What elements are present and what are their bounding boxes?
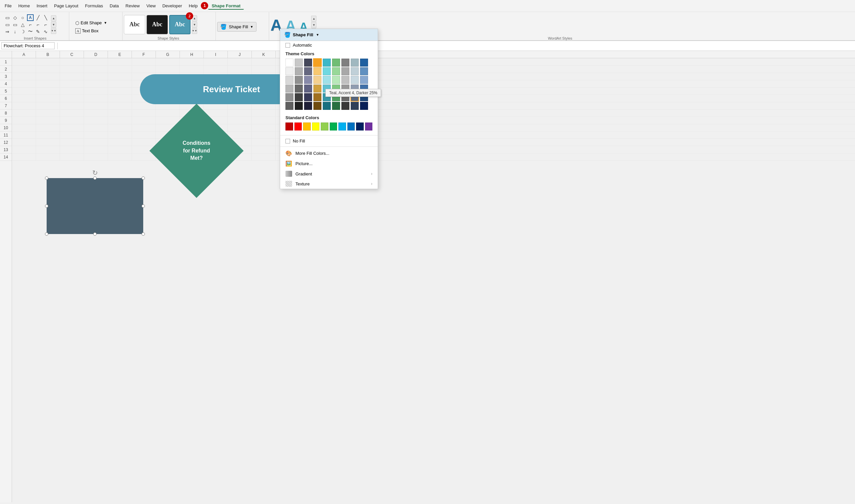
wordart-scroll-down[interactable]: ▼ [311, 22, 316, 28]
std-swatch-2[interactable] [303, 123, 311, 130]
shape-line1[interactable]: ╱ [35, 14, 41, 21]
scroll-up[interactable]: ▲ [51, 15, 56, 21]
theme-swatch-5-4[interactable] [323, 102, 331, 110]
theme-swatch-2-0[interactable] [285, 76, 293, 84]
edit-shape-button[interactable]: ⬡ Edit Shape ▼ [73, 20, 109, 26]
menu-insert[interactable]: Insert [33, 2, 51, 10]
theme-swatch-4-1[interactable] [295, 93, 303, 101]
swatch-scroll-down[interactable]: ▼ [192, 22, 197, 28]
std-swatch-8[interactable] [356, 123, 364, 130]
picture-item[interactable]: 🖼️ Picture... [280, 159, 378, 169]
scroll-down[interactable]: ▼ [51, 22, 56, 28]
theme-swatch-1-0[interactable] [285, 67, 293, 75]
swatch-scroll-more[interactable]: ▼▼ [192, 28, 197, 34]
theme-swatch-0-2[interactable] [304, 59, 312, 67]
wordart-scroll-up[interactable]: ▲ [311, 16, 316, 22]
theme-swatch-3-2[interactable] [304, 85, 312, 92]
menu-file[interactable]: File [1, 2, 15, 10]
theme-swatch-4-2[interactable] [304, 93, 312, 101]
shape-custom[interactable]: ⌐ [42, 21, 49, 28]
theme-swatch-0-5[interactable] [332, 59, 340, 67]
automatic-row[interactable]: Automatic [280, 41, 378, 49]
theme-swatch-5-5[interactable] [332, 102, 340, 110]
menu-home[interactable]: Home [15, 2, 33, 10]
theme-swatch-0-8[interactable] [360, 59, 368, 67]
menu-review[interactable]: Review [122, 2, 143, 10]
shape-line2[interactable]: ╲ [42, 14, 49, 21]
no-fill-row[interactable]: No Fill [280, 137, 378, 145]
shape-wave[interactable]: 〜 [27, 28, 34, 35]
shape-rect2[interactable]: ▭ [4, 21, 11, 28]
style-swatch-black[interactable]: Abc [146, 15, 168, 34]
theme-swatch-2-3[interactable] [313, 76, 321, 84]
texture-item[interactable]: Texture › [280, 179, 378, 189]
shape-angle[interactable]: ⌐ [27, 21, 34, 28]
style-swatch-teal[interactable]: 2 Abc [169, 15, 191, 34]
shape-diamond[interactable]: ◇ [12, 14, 18, 21]
theme-swatch-1-5[interactable] [332, 67, 340, 75]
theme-swatch-2-4[interactable] [323, 76, 331, 84]
shape-down-arrow[interactable]: ↓ [12, 28, 18, 35]
theme-swatch-2-8[interactable] [360, 76, 368, 84]
shape-fill-button[interactable]: 🪣 Shape Fill ▼ [217, 22, 257, 32]
theme-swatch-0-1[interactable] [295, 59, 303, 67]
shape-free[interactable]: ✎ [35, 28, 41, 35]
theme-swatch-0-7[interactable] [351, 59, 359, 67]
std-swatch-4[interactable] [321, 123, 328, 130]
menu-developer[interactable]: Developer [159, 2, 185, 10]
theme-swatch-1-3[interactable] [313, 67, 321, 75]
theme-swatch-5-8[interactable] [360, 102, 368, 110]
theme-swatch-1-7[interactable] [351, 67, 359, 75]
theme-swatch-5-7[interactable] [351, 102, 359, 110]
shape-brace[interactable]: ⌐ [35, 21, 41, 28]
shape-fill-header[interactable]: 🪣 Shape Fill ▼ [280, 29, 378, 41]
theme-swatch-0-0[interactable] [285, 59, 293, 67]
std-swatch-7[interactable] [347, 123, 355, 130]
scroll-more[interactable]: ▼▼ [51, 28, 56, 34]
theme-swatch-3-1[interactable] [295, 85, 303, 92]
theme-swatch-0-4[interactable] [323, 59, 331, 67]
menu-view[interactable]: View [143, 2, 159, 10]
text-box-button[interactable]: A Text Box [73, 28, 109, 34]
menu-shape-format[interactable]: Shape Format [208, 2, 244, 10]
theme-swatch-5-1[interactable] [295, 102, 303, 110]
theme-swatch-0-6[interactable] [342, 59, 349, 67]
theme-swatch-2-6[interactable] [342, 76, 349, 84]
menu-data[interactable]: Data [106, 2, 122, 10]
theme-swatch-1-1[interactable] [295, 67, 303, 75]
std-swatch-5[interactable] [330, 123, 337, 130]
std-swatch-9[interactable] [365, 123, 373, 130]
theme-swatch-3-0[interactable] [285, 85, 293, 92]
theme-swatch-1-2[interactable] [304, 67, 312, 75]
style-swatch-white[interactable]: Abc [124, 15, 145, 34]
more-fill-colors-item[interactable]: 🎨 More Fill Colors... [280, 148, 378, 159]
theme-swatch-4-0[interactable] [285, 93, 293, 101]
theme-swatch-2-2[interactable] [304, 76, 312, 84]
shape-rect[interactable]: ▭ [4, 14, 11, 21]
theme-swatch-5-0[interactable] [285, 102, 293, 110]
std-swatch-3[interactable] [312, 123, 320, 130]
theme-swatch-1-8[interactable] [360, 67, 368, 75]
theme-swatch-5-2[interactable] [304, 102, 312, 110]
gradient-item[interactable]: Gradient › [280, 169, 378, 179]
shape-arrow[interactable]: ⇒ [4, 28, 11, 35]
shape-rect3[interactable]: ▭ [12, 21, 18, 28]
name-box[interactable] [1, 42, 55, 49]
theme-swatch-5-6[interactable] [342, 102, 349, 110]
shape-triangle[interactable]: △ [19, 21, 26, 28]
theme-swatch-5-3[interactable] [313, 102, 321, 110]
formula-input[interactable] [60, 42, 854, 49]
menu-help[interactable]: Help [186, 2, 201, 10]
std-swatch-1[interactable] [294, 123, 302, 130]
std-swatch-6[interactable] [338, 123, 346, 130]
no-fill-checkbox[interactable] [285, 139, 290, 143]
grid-area[interactable]: Review Ticket Conditions for Refund Met?… [12, 58, 855, 502]
menu-formulas[interactable]: Formulas [82, 2, 106, 10]
shape-curved[interactable]: ☽ [19, 28, 26, 35]
menu-page-layout[interactable]: Page Layout [51, 2, 82, 10]
shape-text[interactable]: A [27, 14, 34, 21]
theme-swatch-1-4[interactable] [323, 67, 331, 75]
std-swatch-0[interactable] [285, 123, 293, 130]
shape-oval[interactable]: ○ [19, 14, 26, 21]
theme-swatch-2-1[interactable] [295, 76, 303, 84]
